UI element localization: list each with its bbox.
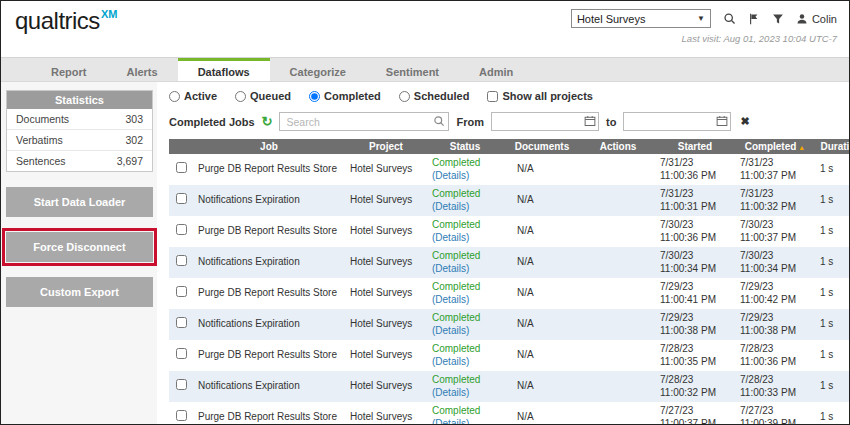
status-cell: Completed (Details) <box>427 247 503 278</box>
status-text: Completed <box>432 343 498 356</box>
col-header-completed[interactable]: Completed▲ <box>735 139 815 154</box>
col-header-actions[interactable]: Actions <box>581 139 655 154</box>
documents-cell: N/A <box>503 185 581 216</box>
calendar-icon[interactable] <box>716 115 728 129</box>
jobs-table: Job Project Status Documents Actions Sta… <box>169 139 849 425</box>
row-checkbox-cell <box>169 154 193 185</box>
table-header-row: Job Project Status Documents Actions Sta… <box>169 139 849 154</box>
tab-dataflows[interactable]: Dataflows <box>178 58 270 81</box>
force-disconnect-button[interactable]: Force Disconnect <box>6 232 153 262</box>
row-checkbox[interactable] <box>176 410 187 421</box>
row-checkbox[interactable] <box>176 317 187 328</box>
status-text: Completed <box>432 157 498 170</box>
started-cell: 7/27/23 11:00:37 PM <box>655 402 735 425</box>
details-link[interactable]: (Details) <box>432 263 498 276</box>
custom-export-button[interactable]: Custom Export <box>6 277 153 307</box>
table-row: Purge DB Report Results Store Hotel Surv… <box>169 154 849 185</box>
radio-queued[interactable]: Queued <box>235 90 291 102</box>
radio-active[interactable]: Active <box>169 90 217 102</box>
radio-queued-input[interactable] <box>235 91 246 102</box>
actions-cell <box>581 402 655 425</box>
row-checkbox[interactable] <box>176 379 187 390</box>
col-header-duration[interactable]: Duration <box>815 139 849 154</box>
col-header-project[interactable]: Project <box>345 139 427 154</box>
radio-completed-input[interactable] <box>309 91 320 102</box>
details-link[interactable]: (Details) <box>432 325 498 338</box>
show-all-projects-checkbox[interactable]: Show all projects <box>487 90 592 102</box>
radio-scheduled-input[interactable] <box>399 91 410 102</box>
tab-sentiment[interactable]: Sentiment <box>366 58 459 81</box>
col-header-started[interactable]: Started <box>655 139 735 154</box>
col-header-status[interactable]: Status <box>427 139 503 154</box>
details-link[interactable]: (Details) <box>432 356 498 369</box>
started-cell: 7/29/23 11:00:41 PM <box>655 278 735 309</box>
header-right: Hotel Surveys ▼ Colin <box>571 9 837 44</box>
row-checkbox[interactable] <box>176 348 187 359</box>
duration-cell: 1 s <box>815 371 849 402</box>
row-checkbox-cell <box>169 278 193 309</box>
to-date-input[interactable] <box>623 112 731 131</box>
calendar-icon[interactable] <box>584 115 596 129</box>
from-date-input[interactable] <box>491 112 599 131</box>
documents-cell: N/A <box>503 154 581 185</box>
status-cell: Completed (Details) <box>427 402 503 425</box>
tab-report[interactable]: Report <box>31 58 106 81</box>
actions-cell <box>581 278 655 309</box>
filter-icon[interactable] <box>772 13 784 25</box>
col-header-job[interactable]: Job <box>193 139 345 154</box>
project-cell: Hotel Surveys <box>345 309 427 340</box>
stat-value: 303 <box>125 113 143 125</box>
status-text: Completed <box>432 188 498 201</box>
documents-cell: N/A <box>503 247 581 278</box>
main-panel: Active Queued Completed Scheduled Show a… <box>157 82 849 425</box>
user-label: Colin <box>812 13 837 25</box>
project-select[interactable]: Hotel Surveys ▼ <box>571 9 711 28</box>
radio-active-input[interactable] <box>169 91 180 102</box>
details-link[interactable]: (Details) <box>432 387 498 400</box>
row-checkbox[interactable] <box>176 286 187 297</box>
row-checkbox-cell <box>169 216 193 247</box>
details-link[interactable]: (Details) <box>432 201 498 214</box>
row-checkbox[interactable] <box>176 162 187 173</box>
details-link[interactable]: (Details) <box>432 418 498 425</box>
radio-scheduled[interactable]: Scheduled <box>399 90 470 102</box>
search-icon[interactable] <box>723 12 736 25</box>
qualtrics-logo: qualtricsXM <box>15 9 116 33</box>
refresh-icon[interactable]: ↻ <box>262 115 273 128</box>
search-input-icon <box>433 115 445 129</box>
from-date <box>491 112 599 131</box>
tab-alerts[interactable]: Alerts <box>106 58 177 81</box>
tab-admin[interactable]: Admin <box>459 58 533 81</box>
row-checkbox[interactable] <box>176 193 187 204</box>
table-row: Purge DB Report Results Store Hotel Surv… <box>169 278 849 309</box>
row-checkbox[interactable] <box>176 255 187 266</box>
row-checkbox[interactable] <box>176 224 187 235</box>
col-header-documents[interactable]: Documents <box>503 139 581 154</box>
documents-cell: N/A <box>503 371 581 402</box>
tab-categorize[interactable]: Categorize <box>270 58 366 81</box>
job-cell: Purge DB Report Results Store <box>193 402 345 425</box>
col-header-checkbox <box>169 139 193 154</box>
completed-cell: 7/28/23 11:00:36 PM <box>735 340 815 371</box>
details-link[interactable]: (Details) <box>432 170 498 183</box>
status-cell: Completed (Details) <box>427 371 503 402</box>
details-link[interactable]: (Details) <box>432 294 498 307</box>
duration-cell: 1 s <box>815 154 849 185</box>
stat-value: 302 <box>125 134 143 146</box>
job-cell: Notifications Expiration <box>193 309 345 340</box>
details-link[interactable]: (Details) <box>432 232 498 245</box>
user-menu[interactable]: Colin <box>796 13 837 25</box>
actions-cell <box>581 371 655 402</box>
duration-cell: 1 s <box>815 402 849 425</box>
search-input[interactable] <box>279 112 449 131</box>
flag-icon[interactable] <box>748 13 760 25</box>
completed-cell: 7/30/23 11:00:34 PM <box>735 247 815 278</box>
statistics-title: Statistics <box>7 91 152 109</box>
radio-completed[interactable]: Completed <box>309 90 381 102</box>
clear-dates-icon[interactable]: ✖ <box>740 115 749 128</box>
row-checkbox-cell <box>169 247 193 278</box>
start-data-loader-button[interactable]: Start Data Loader <box>6 187 153 217</box>
documents-cell: N/A <box>503 340 581 371</box>
show-all-projects-input[interactable] <box>487 91 498 102</box>
status-text: Completed <box>432 312 498 325</box>
